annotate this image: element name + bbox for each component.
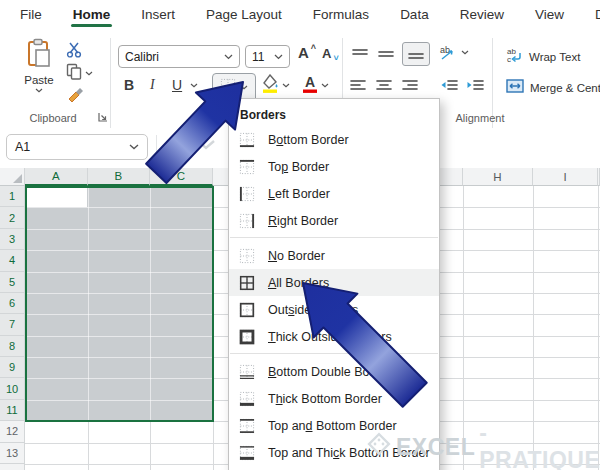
row-header-2[interactable]: 2 [0, 207, 25, 228]
menu-item-label: Outside Borders [268, 303, 358, 317]
font-name-combobox[interactable]: Calibri [118, 45, 240, 68]
font-size-combobox[interactable]: 11 [245, 45, 290, 68]
column-header-i[interactable]: I [533, 168, 598, 186]
row-header-14[interactable]: 14 [0, 464, 25, 470]
menu-item-top-border[interactable]: Top Border [229, 153, 439, 180]
row-header-13[interactable]: 13 [0, 443, 25, 464]
fill-color-button[interactable] [262, 74, 290, 97]
gridline [88, 188, 89, 420]
column-header-h[interactable]: H [463, 168, 533, 186]
menu-separator [230, 237, 438, 238]
tab-file[interactable]: File [18, 2, 44, 28]
top-align-button[interactable] [352, 47, 368, 61]
menu-item-top-and-thick-bottom-border[interactable]: Top and Thick Bottom Border [229, 439, 439, 466]
row-header-4[interactable]: 4 [0, 250, 25, 271]
column-header-b[interactable]: B [88, 168, 151, 186]
merge-center-button[interactable]: Merge & Cente [506, 79, 600, 97]
thick-bottom-border-icon [239, 391, 255, 407]
selection-range [25, 186, 214, 422]
row-header-3[interactable]: 3 [0, 229, 25, 250]
tab-review[interactable]: Review [458, 2, 506, 28]
menu-item-top-and-bottom-border[interactable]: Top and Bottom Border [229, 412, 439, 439]
bold-button[interactable]: B [124, 77, 134, 93]
format-painter-button[interactable] [66, 85, 84, 106]
cut-button[interactable] [66, 42, 84, 62]
tab-home[interactable]: Home [71, 2, 113, 28]
row-header-12[interactable]: 12 [0, 421, 25, 442]
column-header-c[interactable]: C [150, 168, 213, 186]
gridline [598, 186, 599, 470]
chevron-down-icon [240, 85, 248, 90]
name-box-value: A1 [15, 140, 30, 154]
align-right-button[interactable] [402, 78, 418, 92]
menu-item-label: Top and Bottom Border [268, 419, 397, 433]
chevron-down-icon [321, 83, 329, 88]
menu-item-outside-borders[interactable]: Outside Borders [229, 296, 439, 323]
formula-bar-expand-chevron[interactable] [196, 137, 216, 155]
gridline [27, 250, 212, 251]
menu-item-no-border[interactable]: No Border [229, 242, 439, 269]
tab-formulas[interactable]: Formulas [311, 2, 371, 28]
copy-button[interactable] [66, 63, 93, 84]
menu-item-bottom-border[interactable]: Bottom Border [229, 126, 439, 153]
menu-item-label: Bottom Border [268, 133, 349, 147]
menu-item-right-border[interactable]: Right Border [229, 207, 439, 234]
middle-align-button[interactable] [378, 47, 394, 61]
tab-data[interactable]: Data [398, 2, 431, 28]
gridline [27, 272, 212, 273]
chevron-down-icon [282, 83, 290, 88]
tab-insert[interactable]: Insert [139, 2, 177, 28]
bottom-align-button[interactable] [402, 42, 430, 66]
underline-dropdown-chevron[interactable] [190, 83, 198, 88]
orientation-button[interactable]: ab [438, 43, 469, 61]
center-align-button[interactable] [376, 78, 392, 92]
gridline [27, 229, 212, 230]
name-box[interactable]: A1 [6, 134, 148, 160]
menu-item-left-border[interactable]: Left Border [229, 180, 439, 207]
clipboard-dialog-launcher[interactable] [98, 112, 108, 122]
menu-item-thick-outside-borders[interactable]: Thick Outside Borders [229, 323, 439, 350]
bottom-border-icon [239, 132, 255, 148]
paste-button[interactable]: Paste [16, 38, 62, 93]
row-header-1[interactable]: 1 [0, 186, 25, 207]
font-name-value: Calibri [125, 50, 159, 64]
menu-item-all-borders[interactable]: All Borders [229, 269, 439, 296]
tab-view[interactable]: View [533, 2, 566, 28]
align-left-button[interactable] [350, 78, 366, 92]
increase-font-size-button[interactable]: A˄ [298, 44, 317, 61]
row-header-9[interactable]: 9 [0, 357, 25, 378]
menu-item-label: No Border [268, 249, 325, 263]
merge-center-label: Merge & Cente [530, 82, 600, 94]
underline-button[interactable]: U [172, 77, 182, 93]
font-color-button[interactable]: A [302, 74, 329, 97]
no-border-icon [239, 248, 255, 264]
tab-developer[interactable]: Developer [593, 2, 600, 28]
wrap-text-button[interactable]: ab c Wrap Text [506, 47, 580, 67]
chevron-down-icon [274, 54, 283, 60]
tab-page-layout[interactable]: Page Layout [204, 2, 284, 28]
column-header-a[interactable]: A [25, 168, 88, 186]
format-painter-icon [66, 85, 84, 106]
top-border-icon [239, 159, 255, 175]
fill-color-icon [262, 74, 279, 97]
menu-separator [230, 353, 438, 354]
borders-dropdown-menu: Borders Bottom BorderTop BorderLeft Bord… [228, 98, 440, 470]
row-header-8[interactable]: 8 [0, 336, 25, 357]
gridline [27, 400, 212, 401]
increase-indent-button[interactable] [466, 78, 484, 92]
row-header-6[interactable]: 6 [0, 293, 25, 314]
active-cell-a1[interactable] [27, 188, 87, 207]
font-color-icon: A [302, 74, 318, 97]
chevron-down-icon [35, 88, 43, 93]
menu-item-thick-bottom-border[interactable]: Thick Bottom Border [229, 385, 439, 412]
italic-button[interactable]: I [150, 77, 155, 93]
row-header-7[interactable]: 7 [0, 314, 25, 335]
row-header-5[interactable]: 5 [0, 272, 25, 293]
menu-item-bottom-double-border[interactable]: Bottom Double Border [229, 358, 439, 385]
decrease-indent-button[interactable] [440, 78, 458, 92]
row-header-10[interactable]: 10 [0, 378, 25, 399]
decrease-font-size-button[interactable]: A˅ [322, 46, 340, 61]
gridline [27, 207, 212, 208]
row-header-11[interactable]: 11 [0, 400, 25, 421]
select-all-corner[interactable] [0, 168, 25, 186]
